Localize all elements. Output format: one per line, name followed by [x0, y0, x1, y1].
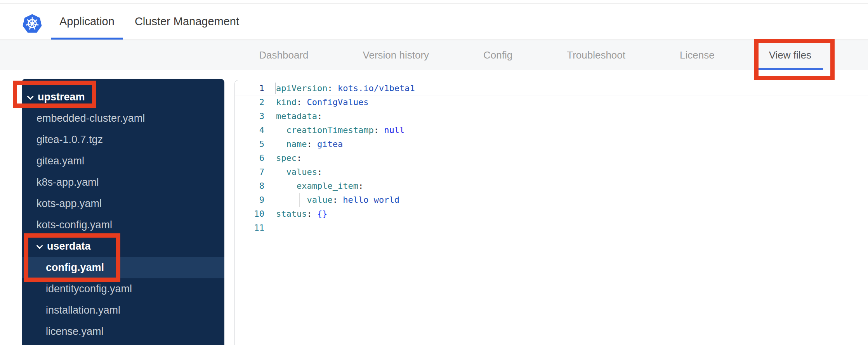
tab-troubleshoot[interactable]: Troubleshoot: [540, 40, 653, 70]
active-tab-underline: [51, 38, 123, 40]
file-tree: upstreamembedded-cluster.yamlgitea-1.0.7…: [22, 86, 224, 342]
code-content: creationTimestamp: null: [264, 123, 404, 137]
tab-license[interactable]: License: [653, 40, 742, 70]
code-line-2[interactable]: 2kind: ConfigValues: [235, 95, 868, 109]
indent-guide: [289, 179, 289, 193]
code-line-9[interactable]: 9 value: hello world: [235, 193, 868, 207]
line-number: 6: [235, 151, 264, 165]
tab-label: License: [680, 49, 715, 61]
file-installation.yaml[interactable]: installation.yaml: [22, 300, 224, 321]
tab-version-history[interactable]: Version history: [336, 40, 457, 70]
file-gitea-1.0.7.tgz[interactable]: gitea-1.0.7.tgz: [22, 129, 224, 150]
line-number: 1: [235, 81, 264, 95]
tree-item-label: gitea.yaml: [36, 155, 84, 167]
code-content: metadata:: [264, 109, 322, 123]
tab-config[interactable]: Config: [456, 40, 540, 70]
code-line-8[interactable]: 8 example_item:: [235, 179, 868, 193]
code-line-5[interactable]: 5 name: gitea: [235, 137, 868, 151]
file-k8s-app.yaml[interactable]: k8s-app.yaml: [22, 172, 224, 193]
code-content: spec:: [264, 151, 302, 165]
header-bottom-strip: [0, 71, 868, 79]
file-gitea.yaml[interactable]: gitea.yaml: [22, 150, 224, 172]
annotation-box-upstream: [13, 81, 96, 108]
file-kots-config.yaml[interactable]: kots-config.yaml: [22, 214, 224, 236]
annotation-box-userdata-config: [24, 233, 120, 282]
code-line-1[interactable]: 1apiVersion: kots.io/v1beta1: [235, 81, 868, 95]
app-header: ApplicationCluster Management: [0, 3, 868, 40]
line-number: 3: [235, 109, 264, 123]
tab-label: Cluster Management: [135, 15, 239, 28]
text-cursor: [275, 83, 276, 94]
line-number: 7: [235, 165, 264, 179]
tree-item-label: kots-app.yaml: [36, 198, 102, 210]
code-content: values:: [264, 165, 322, 179]
kots-admin-console: ApplicationCluster Management DashboardV…: [0, 0, 868, 345]
tree-item-label: gitea-1.0.7.tgz: [36, 134, 103, 146]
indent-guide: [279, 193, 279, 207]
tree-item-label: identityconfig.yaml: [46, 283, 132, 295]
kubernetes-logo-icon: [22, 13, 42, 34]
tab-label: Config: [483, 49, 512, 61]
primary-tabs: ApplicationCluster Management: [49, 3, 249, 40]
code-content: kind: ConfigValues: [264, 95, 368, 109]
code-content: name: gitea: [264, 137, 343, 151]
code-content: [264, 221, 276, 235]
indent-guide: [279, 123, 279, 137]
tab-label: Dashboard: [259, 49, 308, 61]
code-line-10[interactable]: 10status: {}: [235, 207, 868, 221]
tab-label: Version history: [363, 49, 429, 61]
code-line-11[interactable]: 11: [235, 221, 868, 235]
tab-label: Troubleshoot: [567, 49, 625, 61]
line-number: 8: [235, 179, 264, 193]
indent-guide: [279, 179, 279, 193]
indent-guide: [289, 193, 289, 207]
tab-label: Application: [59, 15, 115, 28]
file-kots-app.yaml[interactable]: kots-app.yaml: [22, 193, 224, 214]
indent-guide: [279, 137, 279, 151]
code-editor[interactable]: 1apiVersion: kots.io/v1beta12kind: Confi…: [234, 80, 868, 345]
tab-cluster-management[interactable]: Cluster Management: [125, 3, 249, 40]
line-number: 5: [235, 137, 264, 151]
code-line-7[interactable]: 7 values:: [235, 165, 868, 179]
tab-dashboard[interactable]: Dashboard: [232, 40, 335, 70]
code-content: apiVersion: kots.io/v1beta1: [264, 81, 415, 95]
tab-application[interactable]: Application: [49, 3, 125, 40]
code-content: example_item:: [264, 179, 363, 193]
file-license.yaml[interactable]: license.yaml: [22, 321, 224, 342]
tree-item-label: kots-config.yaml: [36, 219, 112, 231]
annotation-box-view-files: [754, 39, 835, 80]
tree-item-label: license.yaml: [46, 326, 104, 338]
tree-item-label: k8s-app.yaml: [36, 176, 99, 188]
indent-guide: [299, 193, 300, 207]
code-line-3[interactable]: 3metadata:: [235, 109, 868, 123]
code-content: status: {}: [264, 207, 327, 221]
code-content: value: hello world: [264, 193, 399, 207]
tree-item-label: embedded-cluster.yaml: [36, 112, 145, 124]
file-embedded-cluster.yaml[interactable]: embedded-cluster.yaml: [22, 108, 224, 129]
line-number: 11: [235, 221, 264, 235]
app-subnav: DashboardVersion historyConfigTroublesho…: [0, 40, 868, 70]
code-line-6[interactable]: 6spec:: [235, 151, 868, 165]
line-number: 2: [235, 95, 264, 109]
indent-guide: [279, 165, 279, 179]
subnav-tabs: DashboardVersion historyConfigTroublesho…: [0, 40, 868, 70]
line-number: 4: [235, 123, 264, 137]
file-tree-sidebar: upstreamembedded-cluster.yamlgitea-1.0.7…: [22, 79, 224, 345]
line-number: 10: [235, 207, 264, 221]
code-lines: 1apiVersion: kots.io/v1beta12kind: Confi…: [235, 81, 868, 235]
line-number: 9: [235, 193, 264, 207]
tree-item-label: installation.yaml: [46, 304, 120, 316]
code-line-4[interactable]: 4 creationTimestamp: null: [235, 123, 868, 137]
